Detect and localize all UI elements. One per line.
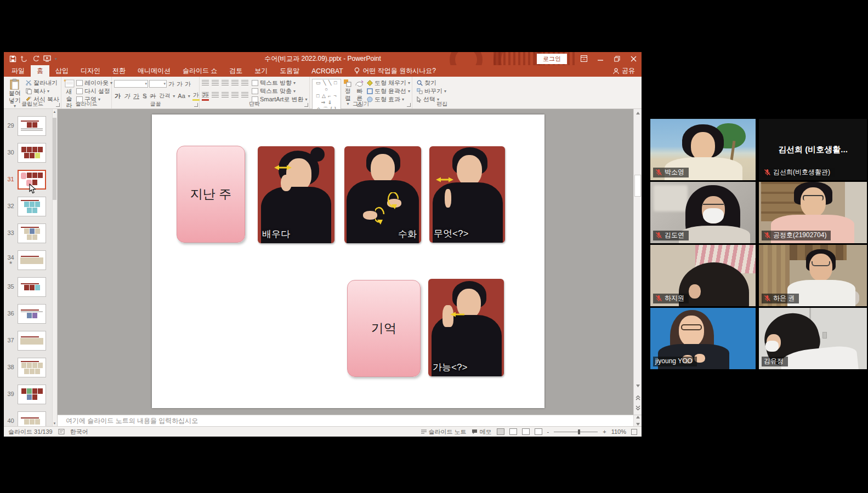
dialog-launcher-icon[interactable] — [194, 103, 198, 107]
thumbnail-slide-29[interactable]: 29 — [4, 112, 57, 139]
align-left-icon[interactable] — [202, 92, 209, 98]
scroll-up-icon[interactable] — [634, 109, 642, 117]
close-icon[interactable] — [625, 52, 642, 65]
video-tile-kim-doyeon[interactable]: 김도연 — [650, 182, 756, 243]
tell-me-box[interactable]: 어떤 작업을 원하시나요? — [349, 65, 441, 77]
text-card-last-week[interactable]: 지난 주 — [177, 146, 245, 243]
notes-pane[interactable]: 여기에 슬라이드 노트의 내용을 입력하십시오 — [58, 415, 642, 426]
tab-insert[interactable]: 삽입 — [49, 65, 75, 77]
sign-photo-learn[interactable]: 배우다 — [258, 146, 334, 243]
thumbnail-slide-30[interactable]: 30 — [4, 139, 57, 166]
tab-home[interactable]: 홈 — [31, 65, 49, 77]
zoom-slider-thumb[interactable] — [578, 429, 580, 434]
align-text-button[interactable]: 텍스트 맞춤▾ — [252, 87, 307, 95]
copy-button[interactable]: 복사▾ — [26, 87, 59, 95]
reading-view-button[interactable] — [522, 428, 530, 435]
text-shadow-button[interactable]: S — [142, 93, 147, 99]
thumbnail-slide-33[interactable]: 33 — [4, 220, 57, 246]
text-card-memory[interactable]: 기억 — [347, 280, 421, 377]
decrease-indent-icon[interactable] — [222, 80, 229, 85]
share-button[interactable]: 공유 — [606, 65, 642, 77]
layout-button[interactable]: 레이아웃▾ — [76, 79, 112, 87]
save-icon[interactable] — [9, 55, 16, 62]
shape-outline-button[interactable]: 도형 윤곽선▾ — [367, 87, 410, 95]
tab-file[interactable]: 파일 — [5, 65, 31, 77]
thumbnail-slide-35[interactable]: 35 — [4, 273, 57, 300]
align-right-icon[interactable] — [222, 92, 229, 98]
slideshow-view-button[interactable] — [535, 428, 542, 435]
previous-slide-icon[interactable] — [634, 394, 642, 402]
video-tile-kim-yujung[interactable]: 김유정 — [759, 308, 867, 369]
scroll-down-icon[interactable] — [634, 382, 642, 389]
notes-scrollbar[interactable] — [633, 415, 642, 426]
scrollbar-thumb[interactable] — [634, 175, 641, 197]
video-tile-ha-jiwon[interactable]: 하지원 — [650, 245, 756, 306]
sign-photo-sign-language[interactable]: 수화 — [344, 146, 421, 243]
video-tile-gong-jungho[interactable]: 공정호(21902704) — [759, 182, 867, 243]
zoom-level[interactable]: 110% — [611, 428, 626, 435]
slide-sorter-view-button[interactable] — [509, 428, 517, 435]
bullets-icon[interactable] — [202, 80, 209, 85]
next-slide-icon[interactable] — [634, 404, 642, 411]
start-slideshow-icon[interactable] — [43, 55, 51, 62]
grow-font-button[interactable]: 가 — [168, 80, 175, 88]
ribbon-display-options-icon[interactable] — [576, 52, 592, 65]
dialog-launcher-icon[interactable] — [304, 103, 308, 107]
fit-slide-to-window-button[interactable] — [631, 429, 637, 435]
thumbnail-slide-34[interactable]: 34★ — [4, 246, 57, 273]
thumbnail-slide-40[interactable]: 40 — [4, 408, 57, 426]
minimize-icon[interactable] — [592, 52, 609, 65]
dialog-launcher-icon[interactable] — [56, 103, 60, 107]
thumbnail-slide-32[interactable]: 32 — [4, 193, 57, 220]
shape-fill-button[interactable]: 도형 채우기▾ — [367, 79, 410, 87]
sign-photo-what[interactable]: 무엇<?> — [429, 146, 505, 243]
tab-view[interactable]: 보기 — [248, 65, 274, 77]
reset-button[interactable]: 다시 설정 — [76, 87, 112, 95]
video-tile-jiyoung-yoo-active-speaker[interactable]: jiyoung YOO — [650, 308, 756, 369]
tab-slideshow[interactable]: 슬라이드 쇼 — [177, 65, 223, 77]
align-center-icon[interactable] — [212, 92, 219, 98]
normal-view-button[interactable] — [497, 428, 504, 435]
tab-transitions[interactable]: 전환 — [106, 65, 132, 77]
font-size-combobox[interactable]: ▾ — [149, 80, 167, 88]
language-indicator[interactable]: 한국어 — [70, 428, 88, 436]
underline-button[interactable]: 가 — [133, 92, 140, 100]
columns-icon[interactable] — [241, 92, 248, 98]
video-tile-haeun-kwon[interactable]: 하은 권 — [759, 245, 867, 306]
zoom-slider[interactable] — [554, 432, 598, 432]
undo-icon[interactable] — [20, 55, 29, 62]
tab-help[interactable]: 도움말 — [274, 65, 305, 77]
change-case-button[interactable]: Aa — [177, 93, 185, 99]
thumbnail-slide-36[interactable]: 36 — [4, 300, 57, 327]
notes-toggle-button[interactable]: 슬라이드 노트 — [421, 428, 467, 436]
highlight-color-button[interactable]: 가 — [192, 91, 200, 101]
tab-animations[interactable]: 애니메이션 — [132, 65, 177, 77]
character-spacing-button[interactable]: 간격 — [158, 92, 171, 100]
tab-design[interactable]: 디자인 — [75, 65, 106, 77]
replace-button[interactable]: 바꾸기▾ — [417, 87, 470, 95]
increase-indent-icon[interactable] — [231, 80, 239, 85]
thumbnail-slide-37[interactable]: 37 — [4, 327, 57, 354]
restore-icon[interactable] — [609, 52, 625, 65]
numbering-icon[interactable] — [212, 80, 219, 85]
slide-number-indicator[interactable]: 슬라이드 31/139 — [8, 428, 53, 436]
comments-button[interactable]: 메모 — [472, 428, 492, 436]
video-tile-kim-sunhee[interactable]: 김선희 (비호생활... 김선희(비호생활관) — [759, 119, 867, 180]
tab-review[interactable]: 검토 — [223, 65, 248, 77]
text-direction-button[interactable]: 텍스트 방향▾ — [252, 79, 307, 87]
zoom-in-button[interactable]: + — [603, 428, 606, 435]
justify-icon[interactable] — [231, 92, 239, 98]
redo-icon[interactable] — [32, 55, 39, 62]
zoom-out-button[interactable]: - — [547, 428, 549, 435]
tab-acrobat[interactable]: ACROBAT — [305, 65, 349, 77]
scroll-down-icon[interactable]: ▼ — [52, 421, 57, 426]
video-tile-park-soyoung[interactable]: 박소영 — [650, 119, 756, 180]
strikethrough-button[interactable]: 가 — [149, 92, 156, 100]
sign-photo-possible[interactable]: 가능<?> — [428, 279, 504, 376]
font-name-combobox[interactable]: ▾ — [114, 80, 148, 88]
login-button[interactable]: 로그인 — [537, 54, 567, 64]
accessibility-icon[interactable] — [58, 428, 65, 435]
vertical-scrollbar[interactable] — [633, 109, 642, 415]
slide-canvas[interactable]: 지난 주 배우다 — [152, 114, 544, 408]
line-spacing-icon[interactable] — [241, 80, 248, 85]
